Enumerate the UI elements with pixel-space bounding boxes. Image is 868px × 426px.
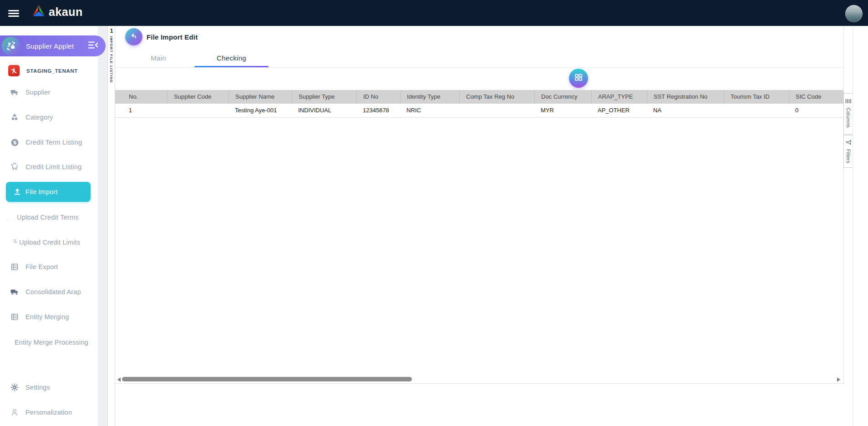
column-header[interactable]: Doc Currency xyxy=(534,90,591,104)
cell-comp-tax-reg-no xyxy=(459,104,534,117)
cell-id-no: 12345678 xyxy=(356,104,400,117)
sidebar-item-entity-merging[interactable]: Entity Merging xyxy=(0,310,98,324)
columns-label: Columns xyxy=(846,108,851,128)
listing-tab-count: 1 xyxy=(109,28,114,34)
listing-tab-label: IMPORT FILE LISTING xyxy=(109,36,113,83)
back-button[interactable] xyxy=(125,28,142,45)
scroll-left-arrow-icon[interactable] xyxy=(117,377,121,382)
horizontal-scrollbar[interactable] xyxy=(117,376,841,382)
column-header[interactable]: ID No xyxy=(356,90,400,104)
grid-view-button[interactable] xyxy=(569,69,588,88)
right-panel-border xyxy=(853,26,853,426)
sidebar-item-category[interactable]: Category xyxy=(0,110,98,124)
tenant-row[interactable]: STAGING_TENANT xyxy=(8,65,78,76)
sidebar-item-settings[interactable]: Settings xyxy=(0,381,98,394)
column-header[interactable]: No. xyxy=(115,90,167,104)
truck-icon xyxy=(10,88,19,97)
tiny-list-icon: ⇅ xyxy=(13,238,17,245)
sidebar-item-file-import[interactable]: File Import xyxy=(6,182,91,202)
sidebar-item-upload-credit-terms[interactable]: . Upload Credit Terms xyxy=(0,210,98,224)
filters-label: Filters xyxy=(846,149,851,163)
cell-doc-currency: MYR xyxy=(534,104,591,117)
sidebar-item-supplier[interactable]: Supplier xyxy=(0,85,98,99)
table-list-icon xyxy=(10,312,19,321)
import-file-listing-tab[interactable] xyxy=(107,26,115,426)
column-header[interactable]: Supplier Code xyxy=(167,90,228,104)
columns-panel-button[interactable]: Columns xyxy=(843,93,853,135)
column-header[interactable]: Supplier Name xyxy=(228,90,292,104)
page-title: File Import Edit xyxy=(147,33,198,41)
sidebar-item-entity-merge-processing[interactable]: Entity Merge Processing xyxy=(0,336,98,349)
applet-name: Supplier Applet xyxy=(26,42,87,50)
table-list-icon xyxy=(10,262,19,271)
column-header[interactable]: Identity Type xyxy=(400,90,459,104)
column-header[interactable]: SST Registration No xyxy=(647,90,724,104)
supplier-applet-icon xyxy=(2,37,20,55)
filters-panel-button[interactable]: Filters xyxy=(843,135,853,168)
columns-icon xyxy=(845,97,851,105)
brand-name: akaun xyxy=(49,5,83,19)
sidebar-item-credit-term-listing[interactable]: $ Credit Term Listing xyxy=(0,135,98,149)
person-icon xyxy=(10,408,19,417)
hamburger-menu-icon[interactable] xyxy=(8,10,19,17)
cell-sst-registration-no: NA xyxy=(647,104,724,117)
scrollbar-thumb[interactable] xyxy=(122,377,412,381)
column-header[interactable]: SIC Code xyxy=(789,90,842,104)
sidebar-item-upload-credit-limits[interactable]: ⇅ Upload Credit Limits xyxy=(0,236,98,249)
cell-no: 1 xyxy=(115,104,167,117)
cell-tourism-tax-id xyxy=(724,104,789,117)
grid-icon xyxy=(574,72,584,84)
cell-supplier-type: INDIVIDUAL xyxy=(292,104,356,117)
tenant-logo-icon xyxy=(8,65,20,76)
collapse-sidebar-icon[interactable] xyxy=(87,40,99,51)
cell-supplier-name: Testing Aye-001 xyxy=(228,104,292,117)
dollar-circle-icon: $ xyxy=(10,138,19,147)
sidebar-item-consolidated-arap[interactable]: Consolidated Arap xyxy=(0,285,98,299)
cell-sic-code: 0 xyxy=(789,104,842,117)
filter-funnel-icon xyxy=(846,139,851,147)
applet-header[interactable]: Supplier Applet xyxy=(0,35,106,56)
akaun-triangle-logo-icon xyxy=(32,5,46,19)
tabs-divider xyxy=(115,67,843,68)
gear-icon xyxy=(10,383,19,392)
sidebar-item-personalization[interactable]: Personalization xyxy=(0,406,98,419)
content-gutter xyxy=(98,26,107,426)
column-header[interactable]: ARAP_TYPE xyxy=(591,90,647,104)
tenant-name: STAGING_TENANT xyxy=(26,68,78,74)
user-avatar[interactable] xyxy=(845,5,863,22)
top-bar xyxy=(0,0,868,26)
sidebar-item-file-export[interactable]: File Export xyxy=(0,260,98,274)
svg-text:$: $ xyxy=(13,140,16,145)
column-header[interactable]: Supplier Type xyxy=(292,90,356,104)
tab-main[interactable]: Main xyxy=(137,51,180,65)
cell-arap-type: AP_OTHER xyxy=(591,104,647,117)
main-card xyxy=(115,26,844,384)
cell-identity-type: NRIC xyxy=(400,104,459,117)
tiny-mark-icon: . xyxy=(7,217,8,221)
column-header[interactable]: Comp Tax Reg No xyxy=(459,90,534,104)
scroll-right-arrow-icon[interactable] xyxy=(837,377,840,382)
table-header-row: No. Supplier Code Supplier Name Supplier… xyxy=(115,90,843,104)
column-header[interactable]: Tourism Tax ID xyxy=(724,90,789,104)
table-row[interactable]: 1 Testing Aye-001 INDIVIDUAL 12345678 NR… xyxy=(115,104,843,118)
truck-dark-icon xyxy=(10,287,19,296)
tab-checking[interactable]: Checking xyxy=(194,51,269,65)
brand-logo: akaun xyxy=(32,5,83,19)
sidebar-item-credit-limit-listing[interactable]: Credit Limit Listing xyxy=(0,160,98,174)
upload-icon xyxy=(13,187,22,196)
shapes-icon xyxy=(10,113,19,122)
cell-supplier-code xyxy=(167,104,228,117)
back-arrow-icon xyxy=(129,31,138,42)
cart-icon xyxy=(10,162,19,171)
